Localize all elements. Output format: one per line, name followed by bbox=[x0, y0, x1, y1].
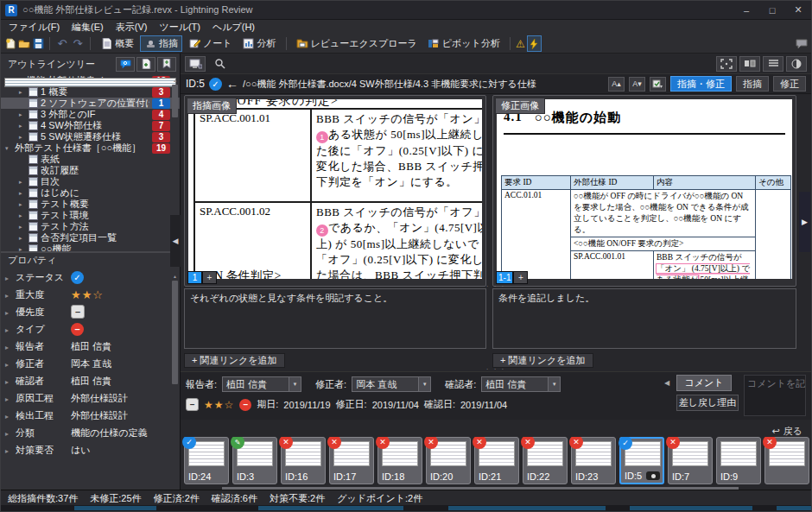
undo-icon[interactable]: ↶ bbox=[55, 37, 69, 50]
mode-fix-button[interactable]: 修正 bbox=[773, 76, 806, 92]
pointout-thumbnail[interactable]: ID:9 bbox=[716, 437, 761, 484]
pointout-thumbnail[interactable]: ID:23 bbox=[571, 437, 616, 484]
pointout-marker-2[interactable]: 2 bbox=[316, 224, 328, 237]
analysis-button[interactable]: 分析 bbox=[238, 35, 281, 52]
redo-icon[interactable]: ↷ bbox=[71, 37, 85, 50]
expander-icon[interactable]: ▸ bbox=[19, 190, 26, 197]
property-expander-icon[interactable] bbox=[5, 307, 16, 317]
pointout-thumbnail[interactable]: ID:3 bbox=[232, 437, 277, 484]
pointout-thumbnail[interactable]: ID:22 bbox=[523, 437, 568, 484]
font-increase-button[interactable]: A▴ bbox=[608, 77, 625, 92]
property-row[interactable]: タイプ bbox=[1, 320, 180, 338]
corrected-image-panel[interactable]: 修正画像 4.1○○機能の始動 要求 ID 外部仕様 ID 内容 その他 bbox=[492, 95, 796, 287]
expander-icon[interactable]: ▸ bbox=[19, 179, 26, 186]
property-expander-icon[interactable] bbox=[5, 427, 16, 438]
expander-icon[interactable]: ▸ bbox=[19, 235, 26, 242]
property-expander-icon[interactable] bbox=[5, 341, 16, 351]
overview-button[interactable]: 概要 bbox=[96, 35, 138, 52]
add-page-button[interactable]: + bbox=[513, 271, 528, 284]
collapse-comment-icon[interactable]: ◀ bbox=[664, 379, 669, 387]
add-document-button[interactable] bbox=[136, 57, 155, 72]
mode-pointout-button[interactable]: 指摘 bbox=[736, 76, 769, 92]
property-row[interactable]: 分類 機能の仕様の定義 bbox=[1, 424, 180, 441]
pointout-thumbnail[interactable]: ID:7 bbox=[668, 437, 713, 484]
pointout-thumbnail[interactable]: ID:21 bbox=[474, 437, 519, 484]
search-comment-button[interactable] bbox=[116, 57, 135, 72]
property-expander-icon[interactable] bbox=[5, 272, 16, 282]
dual-pane-icon[interactable] bbox=[739, 56, 760, 72]
pointout-image-panel[interactable]: 指摘画像 能 ON/OFF 要求の判定> SP.ACC.001.01 BBB ス… bbox=[184, 95, 486, 287]
search-icon[interactable] bbox=[209, 56, 230, 72]
menu-item[interactable]: 編集(E) bbox=[66, 21, 110, 34]
mode-both-button[interactable]: 指摘・修正 bbox=[670, 76, 732, 92]
correction-comment-box[interactable]: 条件を追記しました。 bbox=[492, 288, 796, 349]
property-expander-icon[interactable] bbox=[5, 358, 16, 369]
pointout-thumbnail[interactable]: ID:17 bbox=[329, 437, 374, 484]
expander-icon[interactable]: ▾ bbox=[5, 145, 12, 152]
pointout-marker-1[interactable]: 1 bbox=[316, 131, 328, 143]
expander-icon[interactable]: ▸ bbox=[19, 212, 26, 219]
expander-icon[interactable]: ▸ bbox=[19, 224, 26, 231]
menu-item[interactable]: ツール(T) bbox=[153, 21, 206, 34]
properties-scrollbar[interactable]: ▲ bbox=[171, 274, 179, 486]
property-row[interactable]: 優先度 bbox=[1, 303, 180, 320]
capture-image-icon[interactable] bbox=[185, 56, 206, 72]
open-file-icon[interactable] bbox=[18, 38, 30, 49]
maximize-button[interactable]: □ bbox=[759, 1, 785, 19]
save-icon[interactable] bbox=[32, 38, 44, 49]
expander-icon[interactable]: ▸ bbox=[19, 89, 26, 96]
property-expander-icon[interactable] bbox=[5, 376, 16, 386]
comment-input[interactable]: コメントを記入してください。 bbox=[744, 375, 806, 416]
pointout-thumbnail[interactable]: ID:18 bbox=[377, 437, 422, 484]
reporter-select[interactable]: 植田 信貴▼ bbox=[222, 376, 301, 392]
add-bookmark-button[interactable] bbox=[157, 57, 176, 72]
property-expander-icon[interactable] bbox=[5, 410, 16, 420]
property-expander-icon[interactable] bbox=[5, 393, 16, 403]
property-row[interactable]: 原因工程 外部仕様設計 bbox=[1, 389, 180, 407]
property-row[interactable]: 重大度 ★★☆ bbox=[1, 286, 180, 303]
close-button[interactable]: ✕ bbox=[785, 1, 811, 19]
pivot-analysis-button[interactable]: ピボット分析 bbox=[423, 35, 504, 52]
page-tab-1-1[interactable]: 1-1 bbox=[496, 271, 513, 284]
expander-icon[interactable]: ▸ bbox=[19, 111, 26, 118]
expander-icon[interactable]: ▸ bbox=[19, 201, 26, 208]
pointout-thumbnail[interactable]: ID:16 bbox=[281, 437, 326, 484]
menu-item[interactable]: ファイル(F) bbox=[3, 21, 66, 34]
fit-screen-icon[interactable] bbox=[716, 56, 737, 72]
warning-icon[interactable]: ⚠ bbox=[516, 39, 525, 49]
confirmer-select[interactable]: 植田 信貴▼ bbox=[481, 376, 561, 392]
property-row[interactable]: 報告者 植田 信貴 bbox=[1, 338, 180, 355]
property-expander-icon[interactable] bbox=[5, 324, 16, 334]
property-expander-icon[interactable] bbox=[5, 289, 16, 300]
tree-item[interactable]: ▸ ○○機能 bbox=[1, 243, 180, 251]
menu-item[interactable]: 表示(V) bbox=[110, 21, 154, 34]
expander-icon[interactable]: ▸ bbox=[19, 134, 26, 141]
property-row[interactable]: ステータス bbox=[1, 269, 180, 286]
lightning-warning-button[interactable] bbox=[527, 35, 542, 52]
expander-icon[interactable]: ▸ bbox=[19, 246, 26, 252]
comment-tab[interactable]: コメント bbox=[676, 375, 732, 391]
navigate-back-icon[interactable]: ← bbox=[226, 77, 238, 91]
pointout-thumbnail[interactable]: ID:5 bbox=[619, 437, 664, 484]
add-related-link-button[interactable]: + 関連リンクを追加 bbox=[184, 353, 285, 368]
property-row[interactable]: 修正者 岡本 直哉 bbox=[1, 355, 180, 372]
back-button[interactable]: ↩ 戻る bbox=[772, 425, 802, 438]
add-page-button[interactable]: + bbox=[202, 271, 217, 284]
list-view-icon[interactable] bbox=[763, 56, 783, 72]
split-view-icon[interactable] bbox=[786, 56, 807, 72]
new-file-icon[interactable] bbox=[4, 38, 16, 49]
pointout-button[interactable]: 指摘 bbox=[140, 35, 182, 52]
pointout-thumbnail[interactable]: ID:24 bbox=[184, 437, 229, 484]
expander-icon[interactable]: ▸ bbox=[19, 123, 26, 130]
right-panel-expand-button[interactable]: ▶ bbox=[799, 192, 810, 252]
minimize-button[interactable]: – bbox=[733, 1, 759, 19]
font-decrease-button[interactable]: A▾ bbox=[629, 77, 645, 92]
return-reason-tab[interactable]: 差し戻し理由 bbox=[676, 395, 739, 411]
page-tab-1[interactable]: 1 bbox=[187, 271, 202, 284]
property-row[interactable]: 検出工程 外部仕様設計 bbox=[1, 407, 180, 424]
review-explorer-button[interactable]: レビューエクスプローラ bbox=[292, 35, 422, 52]
status-filter-button[interactable] bbox=[650, 77, 666, 92]
property-row[interactable]: 確認者 植田 信貴 bbox=[1, 372, 180, 389]
property-expander-icon[interactable] bbox=[5, 445, 16, 455]
add-related-link-button[interactable]: + 関連リンクを追加 bbox=[492, 353, 593, 368]
